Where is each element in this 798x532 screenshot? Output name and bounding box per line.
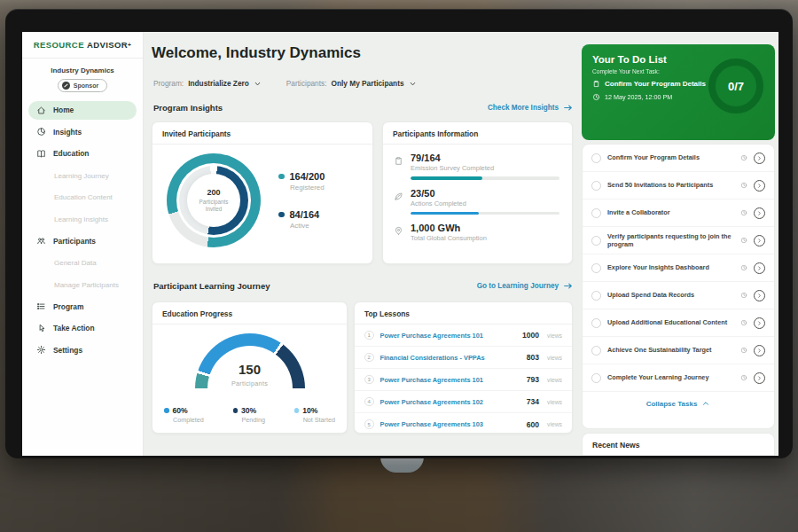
clock-icon (592, 93, 600, 101)
sidebar-item-learning-insights[interactable]: Learning Insights (22, 208, 143, 231)
chevron-down-icon (254, 80, 262, 88)
checkbox[interactable] (591, 318, 601, 328)
sidebar-nav: Home Insights Education Learning Journey… (22, 101, 143, 361)
clock-icon (740, 182, 747, 189)
gauge-legend: 60% Completed 30% Pending 10% Not Starte… (153, 403, 347, 424)
legend-active: 84/164 Active (278, 209, 325, 230)
todo-item[interactable]: Complete Your Learning Journey (583, 364, 774, 392)
collapse-label: Collapse Tasks (646, 400, 698, 408)
checkbox[interactable] (591, 153, 601, 163)
todo-item[interactable]: Upload Additional Educational Content (583, 309, 774, 337)
participants-information-card: Participants Information 79/164 Emission… (382, 121, 573, 264)
todo-item[interactable]: Send 50 Invitations to Participants (583, 172, 774, 200)
lesson-link[interactable]: Power Purchase Agreements 101 (380, 332, 516, 340)
lesson-link[interactable]: Power Purchase Agreements 101 (380, 376, 520, 384)
open-task-button[interactable] (754, 180, 765, 192)
lesson-row: 3 Power Purchase Agreements 101 793 view… (355, 369, 572, 391)
clock-icon (740, 209, 747, 216)
check-more-insights-link[interactable]: Check More Insights (488, 103, 573, 113)
sidebar-item-insights[interactable]: Insights (22, 121, 143, 144)
clock-icon (740, 292, 747, 299)
arrow-right-icon (563, 281, 573, 291)
action-icon (36, 324, 46, 333)
legend-value: 10% (302, 406, 317, 415)
lesson-link[interactable]: Power Purchase Agreements 103 (380, 420, 520, 428)
lesson-row: 2 Financial Considerations - VPPAs 803 v… (355, 347, 572, 369)
monitor-bezel: RESOURCE ADVISOR + Industry Dynamics Spo… (5, 9, 793, 458)
pie-chart-icon (36, 127, 46, 137)
card-title: Top Lessons (355, 302, 572, 325)
stat-actions-completed: 23/50 Actions Completed (394, 188, 559, 215)
rank-badge: 1 (364, 331, 374, 340)
todo-item[interactable]: Explore Your Insights Dashboard (583, 254, 774, 282)
open-task-button[interactable] (754, 262, 765, 274)
sidebar-item-general-data[interactable]: General Data (22, 252, 143, 274)
link-label: Go to Learning Journey (477, 282, 559, 290)
program-dropdown[interactable]: Program: Industrialize Zero (153, 79, 262, 88)
checkbox[interactable] (591, 291, 601, 301)
book-icon (36, 149, 46, 159)
open-task-button[interactable] (754, 290, 765, 301)
sidebar-item-label: Program (53, 302, 83, 311)
stat-value: 23/50 (411, 188, 559, 199)
app-logo: RESOURCE ADVISOR + (22, 32, 143, 59)
people-icon (36, 236, 46, 246)
sidebar-item-education-content[interactable]: Education Content (22, 186, 143, 208)
sidebar-item-learning-journey[interactable]: Learning Journey (22, 165, 143, 187)
open-task-button[interactable] (754, 317, 765, 329)
sidebar-item-take-action[interactable]: Take Action (22, 317, 143, 340)
education-progress-card: Education Progress 150 Participants 60% … (152, 301, 348, 434)
invited-participants-card: Invited Participants 200 Participants In… (152, 121, 373, 264)
sidebar-item-settings[interactable]: Settings (22, 340, 143, 362)
todo-item[interactable]: Verify participants requesting to join t… (583, 227, 774, 254)
sidebar-item-label: Learning Insights (54, 215, 108, 223)
rank-badge: 2 (364, 353, 374, 363)
checkbox[interactable] (591, 236, 601, 246)
lesson-row: 4 Power Purchase Agreements 102 734 view… (355, 391, 572, 413)
open-task-button[interactable] (754, 372, 765, 384)
participants-dropdown[interactable]: Participants: Only My Participants (286, 79, 417, 88)
home-icon (36, 106, 46, 115)
todo-item[interactable]: Confirm Your Program Details (583, 145, 774, 172)
open-task-button[interactable] (754, 345, 765, 356)
views-word: views (547, 332, 562, 339)
card-title: Participants Information (383, 122, 572, 145)
sidebar-item-home[interactable]: Home (28, 101, 137, 120)
todo-list-card: Confirm Your Program Details Send 50 Inv… (582, 144, 775, 429)
sidebar-item-label: Education (53, 149, 89, 158)
logo-plus: + (128, 42, 131, 48)
legend-pending: 30% Pending (233, 406, 265, 424)
page-title: Welcome, Industry Dynamics (152, 44, 361, 62)
lesson-link[interactable]: Power Purchase Agreements 102 (380, 398, 520, 406)
sidebar-item-label: Home (53, 106, 74, 114)
todo-item[interactable]: Invite a Collaborator (583, 200, 774, 227)
legend-value: 30% (241, 406, 256, 415)
open-task-button[interactable] (754, 153, 765, 164)
legend-not-started: 10% Not Started (294, 406, 335, 424)
chevron-right-icon (756, 320, 763, 326)
legend-value: 60% (173, 406, 188, 415)
checkbox[interactable] (591, 263, 601, 273)
lesson-link[interactable]: Financial Considerations - VPPAs (380, 354, 520, 362)
sidebar-item-participants[interactable]: Participants (22, 231, 143, 253)
open-task-button[interactable] (754, 207, 765, 219)
sidebar-item-program[interactable]: Program (22, 295, 143, 317)
checkbox[interactable] (591, 181, 601, 191)
clock-icon (740, 237, 747, 244)
todo-progress-ring: 0/7 (708, 59, 763, 113)
checkbox[interactable] (591, 208, 601, 218)
checkbox[interactable] (591, 373, 601, 383)
sidebar-item-education[interactable]: Education (22, 143, 143, 165)
leaf-icon (394, 192, 403, 201)
checkbox[interactable] (591, 346, 601, 356)
todo-item[interactable]: Upload Spend Data Records (583, 282, 774, 309)
sidebar-item-manage-participants[interactable]: Manage Participants (22, 274, 143, 296)
collapse-tasks-link[interactable]: Collapse Tasks (583, 392, 774, 415)
sponsor-icon (62, 82, 70, 90)
todo-item-label: Explore Your Insights Dashboard (607, 263, 734, 271)
open-task-button[interactable] (754, 235, 765, 246)
participants-value: Only My Participants (331, 79, 403, 88)
go-to-learning-journey-link[interactable]: Go to Learning Journey (477, 281, 573, 291)
gauge-center-value: 150 (153, 362, 347, 377)
todo-item[interactable]: Achieve One Sustainability Target (583, 337, 774, 364)
